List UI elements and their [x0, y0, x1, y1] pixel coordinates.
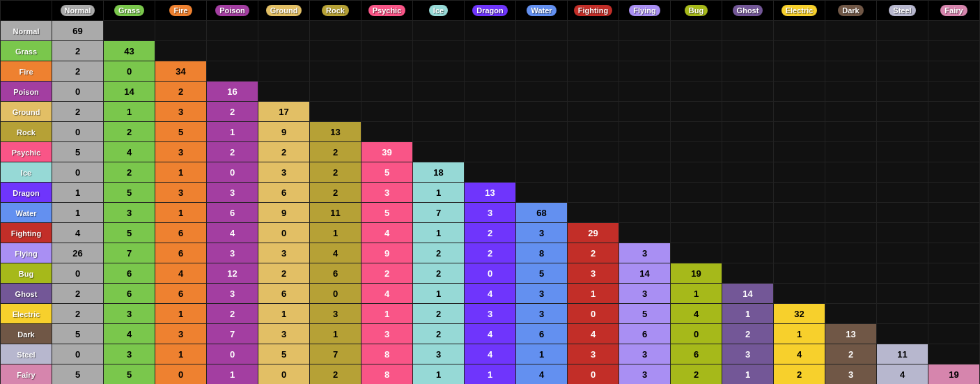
cell-bug-dark — [825, 263, 877, 284]
cell-psychic-ground: 2 — [258, 142, 310, 162]
cell-normal-ground — [258, 21, 310, 41]
cell-ghost-dark — [825, 284, 877, 304]
cell-ice-dragon — [465, 162, 516, 183]
cell-rock-steel — [877, 122, 928, 142]
cell-fairy-flying: 3 — [619, 364, 671, 385]
cell-flying-electric — [774, 243, 825, 263]
cell-ghost-grass: 6 — [104, 284, 155, 304]
cell-water-psychic: 5 — [361, 203, 413, 223]
cell-ice-water — [516, 162, 568, 183]
cell-ghost-ghost: 14 — [722, 284, 774, 304]
cell-steel-dark: 2 — [825, 344, 877, 364]
cell-psychic-rock: 2 — [310, 142, 361, 162]
cell-flying-ground: 3 — [258, 243, 310, 263]
cell-normal-flying — [619, 21, 671, 41]
cell-grass-fire — [155, 41, 207, 61]
cell-grass-electric — [774, 41, 825, 61]
cell-rock-psychic — [361, 122, 413, 142]
cell-rock-grass: 2 — [104, 122, 155, 142]
cell-rock-poison: 1 — [207, 122, 258, 142]
cell-dark-fairy — [928, 324, 980, 344]
cell-ice-steel — [877, 162, 928, 183]
cell-fairy-steel: 4 — [877, 364, 928, 385]
cell-flying-flying: 3 — [619, 243, 671, 263]
row-fighting: Fighting456401412329 — [1, 223, 980, 243]
cell-bug-psychic: 2 — [361, 263, 413, 284]
cell-dragon-psychic: 3 — [361, 183, 413, 203]
cell-ice-normal: 0 — [52, 162, 104, 183]
cell-ice-rock: 2 — [310, 162, 361, 183]
cell-psychic-poison: 2 — [207, 142, 258, 162]
cell-fighting-steel — [877, 223, 928, 243]
cell-electric-grass: 3 — [104, 304, 155, 324]
cell-grass-ghost — [722, 41, 774, 61]
col-header-normal: Normal — [52, 1, 104, 21]
cell-ice-psychic: 5 — [361, 162, 413, 183]
cell-flying-steel — [877, 243, 928, 263]
cell-water-ground: 9 — [258, 203, 310, 223]
cell-fighting-dragon: 2 — [465, 223, 516, 243]
cell-dragon-dragon: 13 — [465, 183, 516, 203]
column-headers: NormalGrassFirePoisonGroundRockPsychicIc… — [1, 1, 980, 21]
cell-dragon-ghost — [722, 183, 774, 203]
cell-fire-fairy — [928, 61, 980, 82]
cell-ghost-normal: 2 — [52, 284, 104, 304]
cell-dragon-normal: 1 — [52, 183, 104, 203]
cell-steel-fairy — [928, 344, 980, 364]
cell-bug-grass: 6 — [104, 263, 155, 284]
cell-poison-flying — [619, 82, 671, 102]
cell-psychic-normal: 5 — [52, 142, 104, 162]
type-chart-table: NormalGrassFirePoisonGroundRockPsychicIc… — [0, 0, 980, 384]
row-electric: Electric2312131233054132 — [1, 304, 980, 324]
cell-steel-water: 1 — [516, 344, 568, 364]
cell-dragon-flying — [619, 183, 671, 203]
row-header-flying: Flying — [1, 243, 52, 263]
cell-water-grass: 3 — [104, 203, 155, 223]
cell-fire-dragon — [465, 61, 516, 82]
cell-bug-poison: 12 — [207, 263, 258, 284]
cell-water-steel — [877, 203, 928, 223]
cell-poison-water — [516, 82, 568, 102]
cell-water-dragon: 3 — [465, 203, 516, 223]
cell-fighting-flying — [619, 223, 671, 243]
cell-dark-dragon: 4 — [465, 324, 516, 344]
cell-electric-steel — [877, 304, 928, 324]
col-header-ice: Ice — [413, 1, 465, 21]
cell-fairy-dark: 3 — [825, 364, 877, 385]
cell-fighting-poison: 4 — [207, 223, 258, 243]
cell-psychic-psychic: 39 — [361, 142, 413, 162]
row-dragon: Dragon1533623113 — [1, 183, 980, 203]
cell-ground-bug — [671, 102, 722, 122]
cell-bug-flying: 14 — [619, 263, 671, 284]
col-header-dragon: Dragon — [465, 1, 516, 21]
row-header-electric: Electric — [1, 304, 52, 324]
cell-water-fighting — [568, 203, 619, 223]
cell-electric-ghost: 1 — [722, 304, 774, 324]
cell-psychic-steel — [877, 142, 928, 162]
cell-fire-ice — [413, 61, 465, 82]
col-header-ground: Ground — [258, 1, 310, 21]
cell-fairy-electric: 2 — [774, 364, 825, 385]
cell-rock-ice — [413, 122, 465, 142]
col-header-flying: Flying — [619, 1, 671, 21]
cell-fighting-ice: 1 — [413, 223, 465, 243]
cell-flying-ghost — [722, 243, 774, 263]
cell-ice-ghost — [722, 162, 774, 183]
cell-water-ghost — [722, 203, 774, 223]
cell-normal-steel — [877, 21, 928, 41]
cell-dragon-fairy — [928, 183, 980, 203]
cell-dark-fire: 3 — [155, 324, 207, 344]
cell-ground-flying — [619, 102, 671, 122]
cell-poison-normal: 0 — [52, 82, 104, 102]
cell-fire-poison — [207, 61, 258, 82]
cell-ghost-fire: 6 — [155, 284, 207, 304]
cell-bug-fairy — [928, 263, 980, 284]
cell-flying-dark — [825, 243, 877, 263]
cell-rock-fairy — [928, 122, 980, 142]
cell-water-fairy — [928, 203, 980, 223]
cell-dragon-fighting — [568, 183, 619, 203]
cell-rock-electric — [774, 122, 825, 142]
row-normal: Normal69 — [1, 21, 980, 41]
cell-normal-poison — [207, 21, 258, 41]
cell-ice-poison: 0 — [207, 162, 258, 183]
